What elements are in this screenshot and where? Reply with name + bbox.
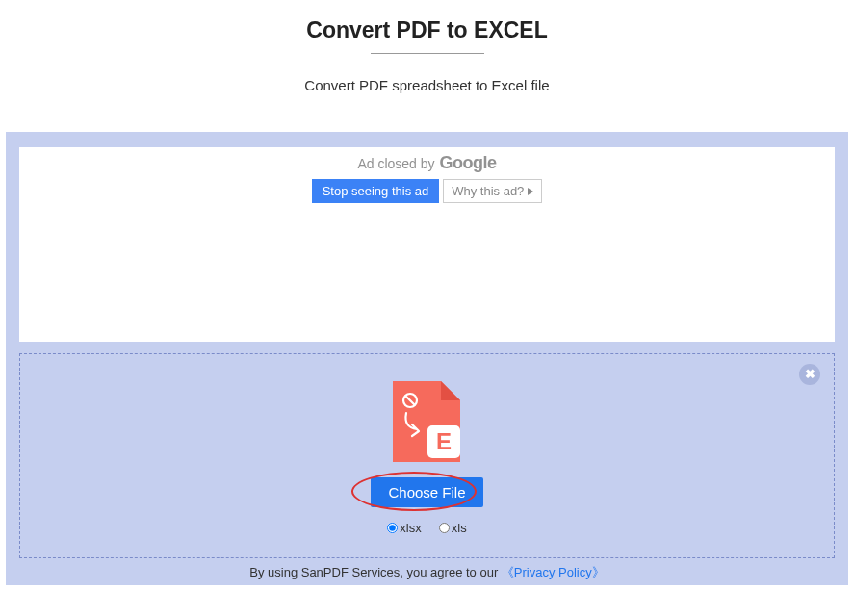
radio-xls-label: xls <box>452 521 467 535</box>
radio-xlsx-input[interactable] <box>387 523 398 533</box>
ad-closed-text: Ad closed by <box>357 156 434 171</box>
file-drop-zone[interactable]: ✖ E Choose File xlsx <box>19 353 835 558</box>
bracket-close: 》 <box>592 565 605 579</box>
ad-box: Ad closed by Google Stop seeing this ad … <box>19 147 835 342</box>
radio-xls[interactable]: xls <box>439 521 467 535</box>
page-title: Convert PDF to EXCEL <box>0 17 854 43</box>
radio-xlsx-label: xlsx <box>400 521 421 535</box>
footer-text: By using SanPDF Services, you agree to o… <box>249 565 502 579</box>
radio-xlsx[interactable]: xlsx <box>387 521 421 535</box>
main-area: Ad closed by Google Stop seeing this ad … <box>6 132 848 585</box>
stop-seeing-ad-button[interactable]: Stop seeing this ad <box>312 179 440 203</box>
ad-closed-line: Ad closed by Google <box>19 153 835 173</box>
pdf-to-excel-icon: E <box>391 379 464 470</box>
google-logo: Google <box>440 153 497 173</box>
why-this-ad-button[interactable]: Why this ad? <box>443 179 542 203</box>
bracket-open: 《 <box>502 565 514 579</box>
play-icon <box>528 188 533 195</box>
close-icon[interactable]: ✖ <box>799 364 820 385</box>
format-radio-group: xlsx xls <box>20 521 834 535</box>
privacy-policy-link[interactable]: Privacy Policy <box>514 565 592 579</box>
radio-xls-input[interactable] <box>439 523 450 533</box>
svg-text:E: E <box>435 428 451 454</box>
choose-file-button[interactable]: Choose File <box>371 477 482 507</box>
page-subtitle: Convert PDF spreadsheet to Excel file <box>0 77 854 93</box>
title-underline <box>371 53 484 54</box>
why-this-ad-label: Why this ad? <box>452 184 524 198</box>
footer: By using SanPDF Services, you agree to o… <box>6 564 848 581</box>
